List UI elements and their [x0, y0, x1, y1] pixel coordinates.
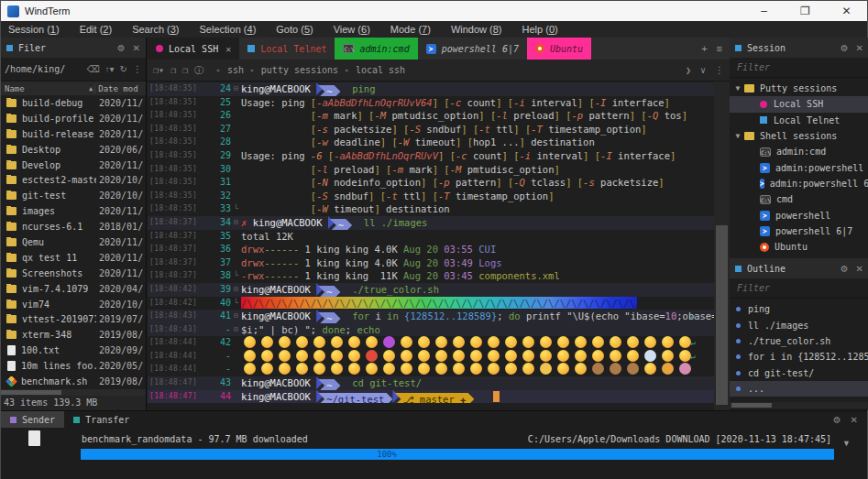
file-row[interactable]: Desktop2020/06/	[1, 142, 146, 158]
collapse-arrow-icon[interactable]: ▼	[731, 84, 744, 93]
file-row[interactable]: esctest2-master2020/10/	[1, 172, 146, 188]
close-button[interactable]: ✕	[826, 1, 867, 21]
expand-icon[interactable]: ❯	[686, 65, 691, 75]
file-row[interactable]: build-debug2020/11/	[1, 95, 146, 111]
session-close-icon[interactable]: ✕	[856, 43, 863, 53]
collapse-arrow-icon[interactable]: ▼	[731, 132, 744, 140]
new-session-icon[interactable]: ❐	[170, 65, 176, 75]
filer-path[interactable]: /home/king/	[5, 64, 81, 74]
session-ubuntu[interactable]: Ubuntu	[730, 239, 868, 255]
terminal-line: [18:48:35]24⊟king@MACBOOK ~ ping	[148, 82, 714, 96]
file-row[interactable]: vim742020/10/	[1, 297, 146, 312]
file-row[interactable]: qx_test_112020/11/	[1, 250, 146, 266]
transfer-file-label: benchmark_randomdata - 97.7 MB downloade…	[82, 434, 308, 444]
file-row[interactable]: xterm-3482019/08/	[1, 327, 146, 343]
folder-icon	[6, 238, 16, 246]
tab-list-icon[interactable]: ≡	[717, 43, 722, 54]
session-admin-powershell[interactable]: ≻admin:powershell	[730, 159, 868, 175]
tab-ubuntu[interactable]: Ubuntu	[527, 38, 591, 60]
new-session-dropdown-icon[interactable]: ❐▾	[153, 65, 164, 75]
session-powershell[interactable]: ≻powershell	[730, 207, 868, 223]
transfer-close-icon[interactable]: ✕	[851, 415, 858, 425]
terminal-line: [18:48:37]34⊟✗ king@MACBOOK ~ ll ./image…	[148, 216, 714, 230]
minimize-button[interactable]: –	[743, 1, 785, 21]
refresh-icon[interactable]: ↻	[120, 64, 127, 74]
new-tab-icon[interactable]: +	[701, 43, 707, 54]
session-cmd[interactable]: C:\cmd	[730, 191, 868, 207]
file-row[interactable]: 10m_lines_foo.t…2020/05/	[1, 358, 146, 374]
new-window-icon[interactable]: ❐	[182, 65, 188, 75]
column-name[interactable]: Name	[1, 84, 89, 93]
file-row[interactable]: images2020/11/	[1, 203, 146, 219]
filer-settings-icon[interactable]: ⚙	[117, 43, 126, 53]
info-icon[interactable]: ⓘ	[194, 64, 203, 77]
menu-edit[interactable]: Edit (2)	[80, 24, 112, 35]
menu-mode[interactable]: Mode (7)	[390, 24, 431, 35]
file-row[interactable]: vttest-201907102019/07/	[1, 311, 146, 327]
outline-item[interactable]: ...	[730, 381, 868, 397]
menu-window[interactable]: Window (8)	[451, 24, 502, 35]
menu-view[interactable]: View (6)	[334, 24, 370, 35]
filer-close-icon[interactable]: ✕	[133, 43, 140, 53]
filer-hscrollbar[interactable]	[1, 389, 146, 396]
session-shell-sessions[interactable]: ▼Shell sessions	[730, 128, 868, 144]
outline-item[interactable]: for i in {128512..128589}	[730, 349, 868, 365]
maximize-button[interactable]: ❐	[785, 1, 826, 21]
menu-selection[interactable]: Selection (4)	[200, 24, 257, 35]
dropdown-icon[interactable]: ∨	[700, 65, 706, 75]
outline-item[interactable]: ping	[730, 301, 868, 317]
menu-search[interactable]: Search (3)	[132, 24, 179, 35]
tab-close-icon[interactable]: ✕	[225, 44, 231, 54]
tab-local-ssh[interactable]: Local SSH✕	[148, 38, 239, 60]
file-row[interactable]: 100.txt2020/09/	[1, 343, 146, 358]
bottom-tab-transfer[interactable]: Transfer	[64, 411, 138, 428]
up-directory-icon[interactable]: ↑▾	[105, 64, 115, 74]
file-row[interactable]: Screenshots2020/11/	[1, 266, 146, 281]
terminal-pane[interactable]: Local SSH✕Local TelnetC:\admin:cmd≻power…	[148, 38, 730, 410]
outline-settings-icon[interactable]: ⚙	[841, 264, 849, 274]
tab-local-telnet[interactable]: Local Telnet	[239, 38, 335, 60]
outline-hscrollbar[interactable]	[730, 402, 868, 408]
file-row[interactable]: benchmark.sh2019/08/	[1, 374, 146, 389]
transfer-settings-icon[interactable]: ⚙	[833, 415, 841, 425]
folder-icon	[6, 269, 16, 278]
filer-menu-icon[interactable]: ⋮	[133, 64, 142, 74]
breadcrumb-ssh[interactable]: ssh	[227, 65, 244, 75]
outline-item[interactable]: ll ./images	[730, 318, 868, 333]
terminal-line: [18:48:44]-	[148, 363, 714, 376]
file-row[interactable]: build-release2020/11/	[1, 126, 146, 142]
terminal-menu-icon[interactable]: ⋮	[715, 65, 724, 75]
session-admin-powershell-6-7[interactable]: ≻admin:powershell 6|7	[730, 176, 868, 191]
transfer-progress-label: 100%	[359, 449, 414, 460]
outline-item[interactable]: cd git-test/	[730, 365, 868, 380]
breadcrumb-putty-sessions[interactable]: putty sessions	[261, 65, 338, 75]
session-local-telnet[interactable]: Local Telnet	[730, 113, 868, 128]
session-admin-cmd[interactable]: C:\admin:cmd	[730, 144, 868, 159]
file-row[interactable]: vim-7.4.10792020/04/	[1, 281, 146, 297]
outline-item[interactable]: ./true_color.sh	[730, 333, 868, 349]
session-putty-sessions[interactable]: ▼Putty sessions	[730, 81, 868, 96]
tab-admin-cmd[interactable]: C:\admin:cmd	[335, 38, 417, 60]
file-row[interactable]: ncurses-6.12018/01/	[1, 219, 146, 234]
breadcrumb-local-ssh[interactable]: local ssh	[356, 65, 405, 75]
clear-path-icon[interactable]: ⌫	[86, 64, 99, 74]
file-row[interactable]: Develop2020/11/	[1, 158, 146, 173]
terminal-vscrollbar[interactable]	[714, 82, 730, 410]
file-row[interactable]: Qemu2020/11/	[1, 234, 146, 250]
column-date[interactable]: Date mod	[94, 84, 146, 93]
menu-help[interactable]: Help (0)	[522, 24, 558, 35]
bottom-tab-sender[interactable]: Sender	[1, 411, 64, 428]
file-row[interactable]: build-profile2020/11/	[1, 111, 146, 126]
session-filter[interactable]: Filter	[730, 58, 868, 78]
menu-session[interactable]: Session (1)	[8, 24, 60, 35]
outline-filter[interactable]: Filter	[730, 278, 868, 299]
outline-close-icon[interactable]: ✕	[856, 264, 863, 274]
tab-powershell-6-7[interactable]: ≻powershell 6|7	[418, 38, 527, 60]
menu-goto[interactable]: Goto (5)	[276, 24, 313, 35]
session-local-ssh[interactable]: Local SSH	[730, 96, 868, 112]
transfer-expand-icon[interactable]: ▼	[842, 439, 851, 448]
filer-panel: Filer ⚙ ✕ /home/king/ ⌫ ↑▾ ↻ ⋮ Name ▲ Da…	[1, 38, 147, 410]
session-powershell-6-7[interactable]: ≻powershell 6|7	[730, 223, 868, 239]
file-row[interactable]: git-test2020/10/	[1, 188, 146, 203]
session-settings-icon[interactable]: ⚙	[841, 43, 849, 53]
